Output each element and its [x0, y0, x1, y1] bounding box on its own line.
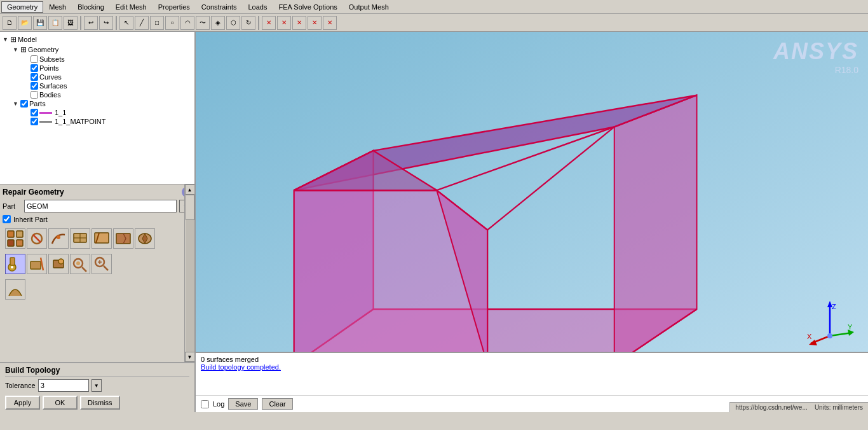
toolbar-separator-2: [116, 16, 117, 30]
menu-blocking[interactable]: Blocking: [72, 1, 110, 13]
tree-check-1-1[interactable]: [31, 109, 38, 116]
tree-check-surfaces[interactable]: [31, 82, 38, 90]
dismiss-button[interactable]: Dismiss: [80, 396, 120, 410]
apply-button[interactable]: Apply: [5, 396, 40, 410]
tolerance-input[interactable]: [38, 379, 89, 392]
tree-model[interactable]: ▼ ⊞ Model: [3, 34, 192, 45]
tree-check-points[interactable]: [31, 64, 38, 72]
tree-geometry[interactable]: ▼ ⊞ Geometry: [3, 45, 192, 55]
tree-curves[interactable]: Curves: [3, 73, 192, 81]
icon-build-diagnostic[interactable]: [5, 254, 25, 274]
tb-undo[interactable]: ↩: [84, 16, 98, 30]
tb-del5[interactable]: ✕: [323, 16, 337, 30]
svg-point-48: [827, 333, 832, 338]
tree-check-subsets[interactable]: [31, 55, 38, 63]
tree-check-parts[interactable]: [20, 100, 28, 108]
scroll-track: [186, 195, 194, 352]
icon-close-curves[interactable]: [27, 228, 47, 249]
icon-zoom-search[interactable]: [92, 254, 112, 274]
menu-loads[interactable]: Loads: [242, 1, 273, 13]
icon-simplify[interactable]: [27, 254, 47, 274]
log-checkbox[interactable]: [201, 400, 209, 408]
tb-save[interactable]: 💾: [33, 16, 47, 30]
inherit-part-row: Inherit Part: [3, 215, 192, 223]
repair-icons-row2: [3, 251, 192, 277]
tree-check-matpoint[interactable]: [31, 118, 38, 125]
icon-search-gaps[interactable]: [70, 254, 90, 274]
tree-surfaces[interactable]: Surfaces: [3, 81, 192, 90]
tb-del2[interactable]: ✕: [277, 16, 291, 30]
clear-button[interactable]: Clear: [262, 398, 292, 410]
tb-line[interactable]: ╱: [135, 16, 149, 30]
status-units: Units: millimeters: [815, 404, 863, 411]
output-line1: 0 surfaces merged: [201, 356, 863, 363]
menu-edit-mesh[interactable]: Edit Mesh: [110, 1, 153, 13]
3d-viewport[interactable]: ANSYS R18.0: [196, 32, 868, 412]
tb-spline[interactable]: 〜: [196, 16, 210, 30]
tree-check-curves[interactable]: [31, 73, 38, 81]
build-topology-panel: Build Topology Tolerance ▼ Apply OK Dism…: [0, 363, 194, 412]
tb-open[interactable]: 📂: [18, 16, 32, 30]
tree-expand-parts[interactable]: ▼: [13, 101, 20, 107]
model-icon: ⊞: [10, 35, 17, 44]
tree-parts-label: Parts: [29, 100, 46, 108]
tree-part-1-1[interactable]: 1_1: [3, 108, 192, 117]
icon-repair-curves[interactable]: [48, 228, 69, 249]
ansys-logo-text: ANSYS: [773, 38, 858, 65]
output-line2[interactable]: Build topology completed.: [201, 363, 863, 371]
main-layout: ▼ ⊞ Model ▼ ⊞ Geometry Subsets Points: [0, 32, 868, 412]
part-label: Part: [3, 202, 22, 210]
tree-model-label: Model: [18, 36, 37, 43]
menu-constraints[interactable]: Constraints: [196, 1, 243, 13]
tb-surface[interactable]: ◈: [211, 16, 225, 30]
scroll-up[interactable]: ▲: [185, 184, 195, 195]
menu-fea-solve[interactable]: FEA Solve Options: [273, 1, 342, 13]
icon-merge-surfaces[interactable]: [5, 228, 25, 249]
menu-mesh[interactable]: Mesh: [43, 1, 72, 13]
icon-blend[interactable]: [5, 279, 25, 300]
tree-parts[interactable]: ▼ Parts: [3, 99, 192, 108]
tb-rect[interactable]: □: [150, 16, 164, 30]
tree-part-matpoint[interactable]: 1_1_MATPOINT: [3, 117, 192, 126]
tree-surfaces-label: Surfaces: [39, 82, 67, 90]
tree-expand-geometry[interactable]: ▼: [13, 46, 20, 53]
scroll-thumb[interactable]: [186, 195, 194, 220]
ansys-logo: ANSYS R18.0: [773, 38, 858, 75]
tree-1-1-label: 1_1: [55, 109, 66, 116]
status-url: https://blog.csdn.net/we...: [735, 404, 807, 411]
tb-new[interactable]: 🗋: [3, 16, 17, 30]
menu-geometry[interactable]: Geometry: [1, 1, 43, 13]
inherit-part-checkbox[interactable]: [3, 215, 11, 223]
svg-rect-11: [116, 233, 130, 244]
tree-matpoint-label: 1_1_MATPOINT: [55, 118, 106, 125]
tree-check-bodies[interactable]: [31, 91, 38, 99]
tree-bodies[interactable]: Bodies: [3, 90, 192, 99]
tb-arc[interactable]: ◠: [180, 16, 194, 30]
tree-subsets[interactable]: Subsets: [3, 55, 192, 64]
tb-cursor[interactable]: ↖: [119, 16, 133, 30]
icon-repair-surfaces-2[interactable]: [70, 228, 90, 249]
tb-screenshot[interactable]: 🖼: [64, 16, 78, 30]
tb-del1[interactable]: ✕: [262, 16, 276, 30]
icon-split-curve[interactable]: [92, 228, 112, 249]
tree-expand[interactable]: ▼: [3, 36, 10, 43]
tb-circle[interactable]: ○: [165, 16, 179, 30]
tb-redo[interactable]: ↪: [99, 16, 113, 30]
tb-sweep[interactable]: ⬡: [226, 16, 240, 30]
tolerance-scrollbar[interactable]: ▼: [92, 379, 102, 392]
tree-points[interactable]: Points: [3, 64, 192, 73]
part-input[interactable]: [24, 200, 177, 212]
icon-remove-surface[interactable]: [135, 228, 155, 249]
tb-del4[interactable]: ✕: [308, 16, 322, 30]
ok-button[interactable]: OK: [43, 396, 78, 410]
repair-panel-scrollbar[interactable]: ▲ ▼: [184, 184, 194, 362]
menu-output-mesh[interactable]: Output Mesh: [343, 1, 395, 13]
tb-del3[interactable]: ✕: [292, 16, 306, 30]
tb-save2[interactable]: 📋: [48, 16, 62, 30]
menu-properties[interactable]: Properties: [153, 1, 196, 13]
tb-revolve[interactable]: ↻: [241, 16, 255, 30]
icon-sew[interactable]: [113, 228, 133, 249]
save-button[interactable]: Save: [228, 398, 258, 410]
icon-remove-small[interactable]: [48, 254, 69, 274]
scroll-down[interactable]: ▼: [185, 352, 195, 362]
